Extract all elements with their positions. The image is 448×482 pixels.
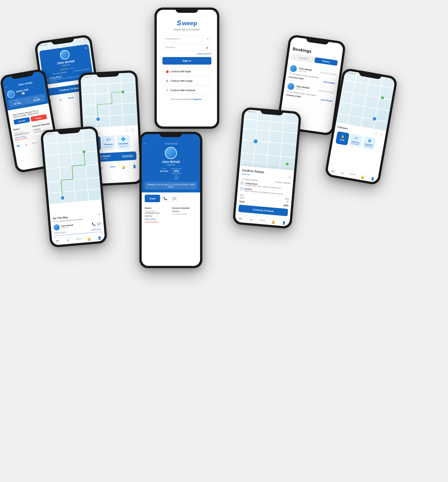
close-modal-button[interactable]: ✕ xyxy=(288,175,291,179)
cancel-booking-link[interactable]: Cancel Booking › xyxy=(145,221,170,223)
continue-apple-button[interactable]: 🍎 Continue With Apple xyxy=(162,68,211,76)
nav-notifications[interactable]: 🔔 xyxy=(84,237,94,241)
accept-button[interactable]: Accept xyxy=(14,117,30,125)
nav-services[interactable]: ⚙ xyxy=(246,218,257,222)
nav-notifications[interactable]: 🔔 xyxy=(118,165,129,169)
nav-home[interactable]: Sweep xyxy=(347,173,358,178)
nav-services[interactable]: ⚙ xyxy=(337,171,348,176)
rooms-plus-button[interactable]: + xyxy=(130,127,135,132)
services-col: Services Selected 2 Rooms Living Room Ki… xyxy=(172,207,197,223)
rooms-plus-button[interactable]: + xyxy=(379,132,384,137)
continue-to-book-button[interactable]: Continue To Book xyxy=(238,205,288,216)
nav-notifications[interactable]: 🔔 xyxy=(268,220,279,224)
nav-services[interactable]: ⚙ xyxy=(63,238,73,243)
nav-profile[interactable]: 👤 xyxy=(129,164,140,168)
taxes-value: $4 xyxy=(287,200,289,203)
track-screen: ‹ Order #23422 John McHall Gold Tier ETH… xyxy=(142,134,200,266)
tab-history[interactable]: History xyxy=(314,57,338,66)
nav-home[interactable]: Sweep xyxy=(65,96,76,101)
nav-home[interactable]: Sweep xyxy=(73,238,84,242)
track-scroll: ‹ Order #23422 John McHall Gold Tier ETH… xyxy=(142,134,200,266)
map-road xyxy=(279,113,285,169)
rooms-minus-button[interactable]: − xyxy=(125,128,129,133)
track-button[interactable]: Track xyxy=(145,195,160,202)
details-section: Details Booking Date 12/10/2020 10:34 Go… xyxy=(142,205,200,225)
continue-google-button[interactable]: G Continue With Google xyxy=(162,77,211,85)
map-marker-destination: S xyxy=(285,162,289,166)
nav-map[interactable]: 🗺 xyxy=(14,144,23,149)
need-help-link[interactable]: Need Help? xyxy=(91,228,102,231)
sign-in-button[interactable]: Sign in xyxy=(162,57,211,64)
phone-icon[interactable]: 📞 xyxy=(16,92,20,97)
services-offered-label: 🧹 Services Offered xyxy=(241,178,258,182)
on-the-way-screen: Cambridge Ave Garden Dr S On The Way ✕ xyxy=(43,128,105,245)
back-button[interactable]: ‹ xyxy=(6,85,7,89)
email-field[interactable]: Email address ✉ xyxy=(162,35,211,42)
register-link[interactable]: Register xyxy=(193,98,202,100)
person-icon: 👤 xyxy=(132,165,136,168)
kitchen-checkbox: ✓ xyxy=(240,187,243,190)
password-field[interactable]: Password 🔒 xyxy=(162,44,211,51)
nav-home[interactable]: Sweep xyxy=(107,166,118,170)
nav-map[interactable]: 🗺 xyxy=(327,169,338,174)
continue-facebook-button[interactable]: f Continue With Facebook xyxy=(162,87,211,94)
provider-marker xyxy=(253,138,258,144)
total-label: Total xyxy=(239,200,245,203)
forgot-password-link[interactable]: Forgot password? xyxy=(162,53,211,55)
reject-button[interactable]: Reject xyxy=(30,114,47,122)
nav-notifications[interactable]: 🔔 xyxy=(357,174,368,180)
nav-profile[interactable]: 👤 xyxy=(367,176,378,181)
person-icon: 👤 xyxy=(282,221,286,225)
nav-services[interactable]: ⚙ xyxy=(55,97,66,103)
apple-icon: 🍎 xyxy=(165,70,169,73)
services-icon: ⚙ xyxy=(66,239,70,243)
tier-platinum-card[interactable]: 💎 Platinum Know More xyxy=(102,135,116,150)
tier-platinum-card[interactable]: 💎 Platinum Know More xyxy=(349,134,363,148)
provider-marker xyxy=(96,117,101,122)
contact-actions: 📞 💬 xyxy=(92,222,101,226)
services-icon: ⚙ xyxy=(250,218,253,222)
phone-call-button[interactable]: 📞 xyxy=(162,195,169,202)
nav-profile[interactable]: 👤 xyxy=(279,221,289,225)
tier-diamond-card[interactable]: 💠 Diamond Know More xyxy=(362,136,376,150)
provider-avatar xyxy=(165,147,177,159)
diamond-icon: 💠 xyxy=(365,138,374,143)
rooms-minus-button[interactable]: − xyxy=(374,131,378,136)
status-message: Sweeper is on the way to 16, Holmes Road… xyxy=(145,182,197,190)
view-details-link-2[interactable]: View Details xyxy=(320,98,333,103)
details-col: Details Booking Date 12/10/2020 10:34 Go… xyxy=(145,207,170,223)
login-screen: S weep Please sign in to continue Email … xyxy=(157,10,217,126)
location-pin-icon: 📍 xyxy=(53,221,55,223)
booking-avatar xyxy=(287,83,295,90)
map-view: Cambridge Ave Garden Dr S xyxy=(240,109,299,170)
phone-icon[interactable]: 📞 xyxy=(92,222,96,226)
phone-on-the-way: Cambridge Ave Garden Dr S On The Way ✕ xyxy=(40,126,107,248)
tier-gold-card[interactable]: 🏅 Gold xyxy=(335,131,349,146)
provider-avatar-map xyxy=(253,138,258,144)
logo-s: S xyxy=(177,19,181,27)
close-button[interactable]: ✕ xyxy=(98,213,100,216)
nav-services[interactable]: ⚙ xyxy=(22,142,31,147)
provider-avatar-map xyxy=(96,117,100,121)
map-marker-start xyxy=(96,117,101,122)
help-faqs-link[interactable]: Help & FAQs › xyxy=(145,218,170,220)
sweep-nav-label: Sweep xyxy=(260,219,265,221)
tab-current[interactable]: Current xyxy=(292,54,315,63)
tier-diamond-card[interactable]: 💠 Diamond Know More xyxy=(116,135,130,150)
star-rating: ★★★★☆ xyxy=(60,67,70,71)
nav-home[interactable]: Sweep xyxy=(30,141,39,146)
nav-profile[interactable]: 👤 xyxy=(94,236,105,240)
message-icon[interactable]: 💬 xyxy=(21,92,26,96)
taxes-label: Taxes xyxy=(240,196,245,199)
nav-map[interactable]: 🗺 xyxy=(235,217,246,221)
nav-map[interactable]: 🗺 xyxy=(52,239,63,244)
fees-label: Fees xyxy=(240,194,244,196)
message-icon[interactable]: 💬 xyxy=(97,222,101,226)
nav-home[interactable]: Sweep xyxy=(257,219,268,223)
phone-body: S weep Please sign in to continue Email … xyxy=(154,8,219,129)
provider-info: John McHall Gold Tier xyxy=(61,224,73,229)
message-button[interactable]: 💬 xyxy=(171,195,178,202)
view-details-link-1[interactable]: View Details xyxy=(323,81,335,85)
route-line xyxy=(96,92,124,119)
close-button[interactable]: ✕ xyxy=(84,46,88,50)
